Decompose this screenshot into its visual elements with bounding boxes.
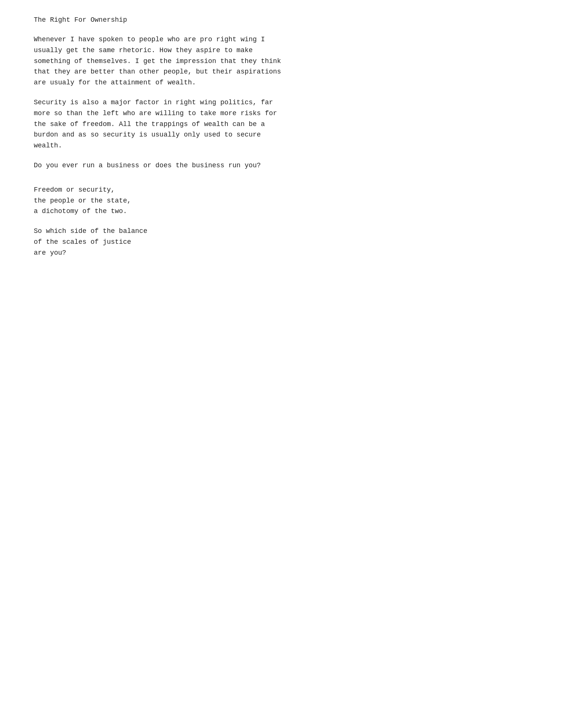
page-content: The Right For Ownership Whenever I have … (0, 0, 323, 290)
page-title: The Right For Ownership (34, 15, 289, 25)
poem-1-line-1: Freedom or security, (34, 185, 289, 195)
paragraph-1: Whenever I have spoken to people who are… (34, 34, 289, 88)
paragraph-2: Security is also a major factor in right… (34, 97, 289, 151)
poem-1: Freedom or security, the people or the s… (34, 185, 289, 217)
paragraph-3: Do you ever run a business or does the b… (34, 160, 289, 171)
poem-2-line-3: are you? (34, 248, 289, 258)
poem-2-line-1: So which side of the balance (34, 226, 289, 237)
poem-2: So which side of the balance of the scal… (34, 226, 289, 258)
poem-2-line-2: of the scales of justice (34, 237, 289, 248)
spacer-1 (34, 180, 289, 185)
poem-1-line-3: a dichotomy of the two. (34, 206, 289, 217)
poem-1-line-2: the people or the state, (34, 195, 289, 206)
